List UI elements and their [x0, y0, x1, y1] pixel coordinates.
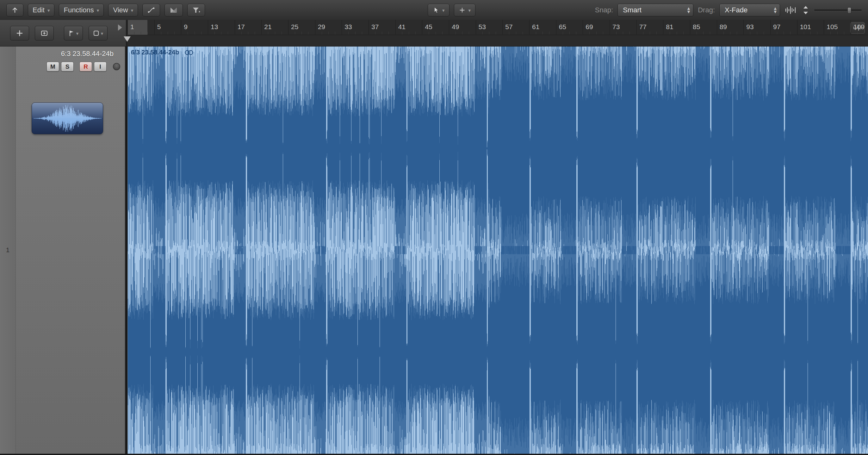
ruler-label: 49: [452, 23, 459, 31]
functions-menu[interactable]: Functions ▾: [59, 4, 104, 17]
ruler-tick: [637, 20, 637, 34]
audio-region[interactable]: 6/3 23.58.44-24b: [127, 47, 868, 454]
ruler-tick: [389, 32, 389, 34]
ruler-tick: [850, 20, 851, 34]
ruler-tick: [268, 32, 268, 34]
disclosure-dropdown-button[interactable]: ▾: [89, 26, 107, 40]
ruler-tick: [315, 20, 315, 34]
ruler-start-arrow-icon: [118, 24, 122, 31]
ruler-tick: [208, 20, 208, 34]
secondary-tool-selector[interactable]: ▾: [454, 4, 476, 17]
ruler-tick: [764, 32, 764, 34]
ruler-tick: [355, 32, 355, 34]
go-parent-button[interactable]: [6, 4, 23, 17]
ruler-tick: [623, 32, 623, 34]
marker-dropdown-button[interactable]: ▾: [64, 26, 83, 40]
chevron-down-icon: ▾: [76, 31, 79, 36]
ruler-tick: [496, 32, 496, 34]
toolbar-tools-group: ▾ ▾: [428, 0, 475, 20]
crosshair-icon: [459, 6, 466, 14]
pointer-cursor-icon: [432, 6, 439, 14]
crossfade-button[interactable]: [164, 4, 183, 17]
editor-content: 1 6:3 23.58.44-24b M S R I 6/3 23.58.44-…: [0, 47, 868, 454]
ruler-tick: [529, 20, 530, 34]
freeze-indicator-icon[interactable]: [113, 63, 120, 70]
flex-button[interactable]: [142, 4, 160, 17]
ruler-tick: [683, 32, 684, 34]
ruler-tick: [844, 32, 844, 34]
view-menu[interactable]: View ▾: [108, 4, 138, 17]
ruler-label: 77: [639, 23, 647, 31]
crossfade-icon: [169, 6, 178, 14]
ruler-tick: [616, 32, 617, 34]
waveform-zoom-icon[interactable]: [784, 6, 797, 14]
ruler-tick: [677, 32, 677, 34]
mute-button[interactable]: M: [46, 62, 59, 71]
ruler-tick: [214, 32, 215, 34]
stepper-arrows-icon: ▲▼: [774, 7, 777, 13]
ruler-label: 101: [800, 23, 811, 31]
ruler-label: 13: [211, 23, 218, 31]
ruler-tick: [248, 32, 248, 34]
ruler-tick: [750, 32, 750, 34]
ruler-tick: [241, 32, 242, 34]
ruler-tick: [804, 32, 804, 34]
ruler-label: 41: [398, 23, 406, 31]
ruler-tick: [141, 32, 141, 34]
ruler-label: 33: [344, 23, 352, 31]
header-row: ▾ ▾ 159131721252933374145495357616569737…: [0, 20, 868, 47]
ruler-tick: [703, 32, 704, 34]
playhead-marker[interactable]: [124, 36, 131, 42]
filter-button[interactable]: [187, 4, 205, 17]
ruler-tick: [429, 32, 429, 34]
ruler-label: 1: [130, 23, 134, 31]
ruler-tick: [342, 20, 342, 34]
ruler-tick: [864, 32, 864, 34]
ruler-tick: [650, 32, 650, 34]
ruler-tick: [335, 32, 335, 34]
record-enable-button[interactable]: R: [80, 62, 92, 71]
ruler-tick: [583, 20, 583, 34]
pointer-tool-selector[interactable]: ▾: [428, 4, 450, 17]
functions-menu-label: Functions: [64, 6, 94, 14]
ruler-tick: [201, 32, 202, 34]
ruler-label: 45: [425, 23, 432, 31]
ruler-label: 29: [318, 23, 325, 31]
plus-icon: [16, 30, 23, 37]
ruler-tick: [743, 20, 744, 34]
edit-menu[interactable]: Edit ▾: [28, 4, 54, 17]
ruler-tick: [302, 32, 302, 34]
input-monitor-button[interactable]: I: [94, 62, 106, 71]
vertical-zoom-control[interactable]: [802, 5, 810, 15]
add-region-button[interactable]: [10, 26, 29, 40]
ruler-label: 97: [773, 23, 780, 31]
ruler-tick: [295, 32, 295, 34]
ruler-tick: [362, 32, 362, 34]
ruler-tick: [422, 20, 422, 34]
drag-popup[interactable]: X-Fade ▲▼: [719, 4, 780, 17]
waveform-display[interactable]: [128, 47, 868, 454]
chevron-down-icon: ▾: [468, 8, 471, 13]
snap-label: Snap:: [595, 6, 613, 14]
ruler-label: 65: [559, 23, 566, 31]
snap-popup[interactable]: Smart ▲▼: [617, 4, 693, 17]
ruler-tick: [255, 32, 255, 34]
ruler-tick: [797, 20, 798, 34]
ruler-tick: [536, 32, 536, 34]
slider-handle[interactable]: [847, 7, 851, 13]
bar-ruler[interactable]: 1591317212529333741454953576165697377818…: [127, 20, 868, 47]
track-header-panel[interactable]: 1 6:3 23.58.44-24b M S R I: [0, 47, 126, 454]
ruler-tick: [154, 20, 155, 34]
ruler-tick: [663, 20, 663, 34]
funnel-icon: [192, 6, 200, 14]
solo-button[interactable]: S: [61, 62, 74, 71]
track-number: 1: [0, 47, 16, 454]
ruler-tick: [783, 32, 784, 34]
ruler-tick: [790, 32, 790, 34]
ruler-label: 73: [612, 23, 620, 31]
add-track-button[interactable]: [35, 26, 54, 40]
horizontal-zoom-slider[interactable]: [814, 9, 862, 11]
ruler-tick: [415, 32, 416, 34]
track-icon-thumbnail[interactable]: [32, 102, 103, 134]
ruler-tick: [489, 32, 489, 34]
